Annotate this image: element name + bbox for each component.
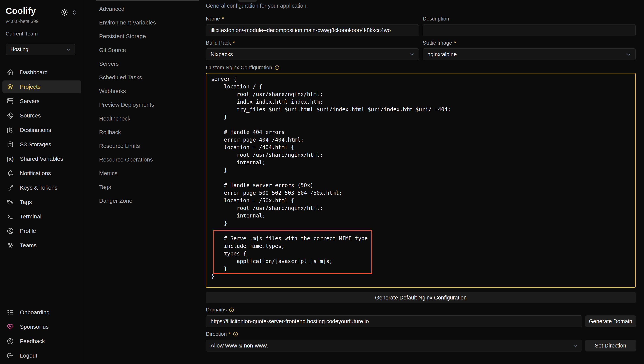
highlight-annotation-box <box>214 230 372 274</box>
generate-domain-button[interactable]: Generate Domain <box>585 315 636 327</box>
sidebar-item-label: Destinations <box>20 127 51 133</box>
sidebar-item-label: S3 Storages <box>20 141 51 148</box>
sidebar-item-label: Servers <box>20 98 40 104</box>
subnav-item-danger-zone[interactable]: Danger Zone <box>99 197 132 205</box>
required-asterisk: * <box>222 16 224 22</box>
subnav-item-metrics[interactable]: Metrics <box>99 169 118 177</box>
page-subtitle: General configuration for your applicati… <box>206 3 308 9</box>
domains-input[interactable] <box>206 315 582 327</box>
selector-icon[interactable] <box>71 9 78 16</box>
sidebar-item-servers[interactable]: Servers <box>2 95 81 107</box>
cutoff-element <box>238 0 257 2</box>
logout-icon <box>7 352 14 359</box>
sidebar-item-label: Sources <box>20 112 41 119</box>
static-image-value: nginx:alpine <box>427 51 457 58</box>
app-version: v4.0.0-beta.399 <box>6 19 39 24</box>
subnav-item-preview-deployments[interactable]: Preview Deployments <box>99 101 154 109</box>
static-image-select[interactable]: nginx:alpine <box>423 48 636 60</box>
sidebar-item-terminal[interactable]: Terminal <box>2 210 81 223</box>
nginx-config-editor[interactable]: server { location / { root /usr/share/ng… <box>206 73 636 288</box>
direction-select[interactable]: Allow www & non-www. <box>206 340 582 351</box>
checklist-icon <box>7 309 14 316</box>
subnav-item-tags[interactable]: Tags <box>99 183 111 191</box>
help-circle-icon <box>7 338 14 345</box>
subnav-top-divider <box>96 0 198 1</box>
sidebar-item-profile[interactable]: Profile <box>2 225 81 237</box>
description-input[interactable] <box>423 24 636 36</box>
theme-toggle-sun-icon[interactable] <box>60 8 68 16</box>
sidebar-item-tags[interactable]: Tags <box>2 196 81 208</box>
sidebar-item-dashboard[interactable]: Dashboard <box>2 66 81 79</box>
sidebar-item-onboarding[interactable]: Onboarding <box>2 306 81 319</box>
static-image-label: Static Image* <box>423 40 456 46</box>
key-icon <box>7 184 14 191</box>
required-asterisk: * <box>228 331 231 337</box>
build-pack-select[interactable]: Nixpacks <box>206 48 419 60</box>
subnav-item-environment-variables[interactable]: Environment Variables <box>99 19 156 27</box>
subnav-item-servers[interactable]: Servers <box>99 60 119 68</box>
map-icon <box>7 126 14 134</box>
info-icon[interactable] <box>228 307 234 313</box>
set-direction-button[interactable]: Set Direction <box>585 340 636 351</box>
info-icon[interactable] <box>274 65 280 71</box>
sidebar-item-label: Profile <box>20 228 36 234</box>
sidebar-item-logout[interactable]: Logout <box>2 349 81 362</box>
sidebar-item-destinations[interactable]: Destinations <box>2 124 81 136</box>
sidebar-item-notifications[interactable]: Notifications <box>2 167 81 179</box>
chevron-down-icon <box>66 47 72 53</box>
subnav-item-advanced[interactable]: Advanced <box>99 5 124 13</box>
subnav-item-persistent-storage[interactable]: Persistent Storage <box>99 32 146 40</box>
build-pack-value: Nixpacks <box>210 51 233 58</box>
tags-icon <box>7 199 14 206</box>
stack-icon <box>7 83 14 90</box>
name-label: Name* <box>206 16 224 22</box>
subnav-item-scheduled-tasks[interactable]: Scheduled Tasks <box>99 73 142 82</box>
heart-handshake-icon <box>7 323 14 330</box>
sidebar-item-label: Shared Variables <box>20 156 63 162</box>
sidebar-item-sources[interactable]: Sources <box>2 109 81 122</box>
sidebar-item-label: Teams <box>20 242 36 249</box>
git-source-icon <box>7 112 14 119</box>
subnav-item-resource-operations[interactable]: Resource Operations <box>99 155 153 164</box>
subnav-item-rollback[interactable]: Rollback <box>99 128 121 136</box>
build-pack-label: Build Pack* <box>206 40 235 46</box>
sidebar-item-label: Onboarding <box>20 309 50 316</box>
server-icon <box>7 98 14 105</box>
home-icon <box>7 69 14 76</box>
chevron-down-icon <box>572 343 578 349</box>
sidebar-item-label: Notifications <box>20 170 51 176</box>
app-logo: Coolify <box>6 6 36 16</box>
description-label: Description <box>423 16 449 22</box>
chevron-down-icon <box>626 51 632 58</box>
generate-default-nginx-button[interactable]: Generate Default Nginx Configuration <box>206 292 636 303</box>
current-team-label: Current Team <box>6 31 38 37</box>
subnav-item-healthcheck[interactable]: Healthcheck <box>99 114 130 123</box>
team-select[interactable]: Hosting <box>6 44 75 55</box>
subnav-item-resource-limits[interactable]: Resource Limits <box>99 142 140 150</box>
chevron-down-icon <box>409 51 415 58</box>
sidebar-item-feedback[interactable]: Feedback <box>2 335 81 347</box>
sidebar-item-shared-variables[interactable]: (x)Shared Variables <box>2 152 81 165</box>
subnav-item-webhooks[interactable]: Webhooks <box>99 87 126 95</box>
sidebar-item-label: Projects <box>20 84 40 90</box>
sidebar-item-teams[interactable]: Teams <box>2 239 81 252</box>
sidebar-item-label: Tags <box>20 199 32 205</box>
sidebar-item-label: Dashboard <box>20 69 48 76</box>
user-circle-icon <box>7 227 14 235</box>
variable-parens-icon: (x) <box>7 155 14 162</box>
terminal-icon <box>7 213 14 220</box>
subnav-item-git-source[interactable]: Git Source <box>99 46 126 54</box>
sidebar-item-s3-storages[interactable]: S3 Storages <box>2 138 81 151</box>
direction-value: Allow www & non-www. <box>210 342 268 349</box>
sidebar-item-label: Logout <box>20 352 37 359</box>
info-icon[interactable] <box>232 331 238 337</box>
sidebar-item-keys-tokens[interactable]: Keys & Tokens <box>2 181 81 194</box>
bell-icon <box>7 170 14 177</box>
sidebar-item-label: Terminal <box>20 213 41 220</box>
sidebar-item-sponsor-us[interactable]: Sponsor us <box>2 320 81 333</box>
direction-label: Direction* <box>206 331 238 337</box>
sidebar-item-projects[interactable]: Projects <box>2 80 81 93</box>
name-input[interactable] <box>206 24 419 36</box>
domains-label: Domains <box>206 307 234 313</box>
sidebar-item-label: Sponsor us <box>20 324 49 330</box>
